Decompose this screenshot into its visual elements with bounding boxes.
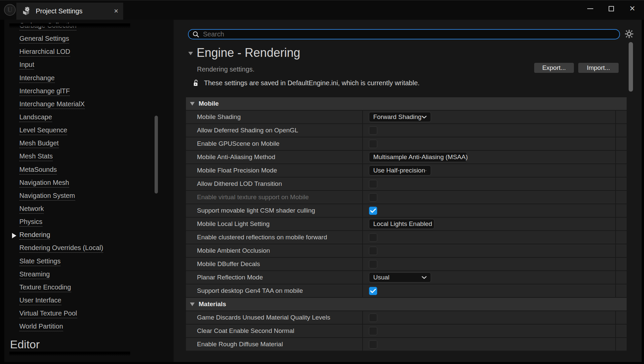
sidebar-item-label: Physics <box>19 218 42 227</box>
settings-row-game-discards-unused-material-quality-levels: Game Discards Unused Material Quality Le… <box>186 311 627 325</box>
settings-table: MobileMobile ShadingForward ShadingAllow… <box>186 97 627 351</box>
title-bar: U Project Settings ✕ <box>0 0 644 20</box>
sidebar-item-streaming[interactable]: Streaming <box>4 268 174 281</box>
sidebar-item-network[interactable]: Network <box>4 203 174 216</box>
tab-close-icon[interactable]: ✕ <box>114 3 119 20</box>
settings-row-allow-dithered-lod-transition: Allow Dithered LOD Transition <box>186 177 627 191</box>
setting-label: Mobile Ambient Occlusion <box>197 247 270 254</box>
sidebar-item-label: Rendering Overrides (Local) <box>19 244 103 253</box>
dropdown-mobile-float-precision-mode[interactable]: Use Half-precision <box>369 165 431 175</box>
sidebar-item-landscape[interactable]: Landscape <box>4 111 174 124</box>
checkmark-icon <box>370 209 376 213</box>
sidebar-item-label: Interchange <box>19 75 55 83</box>
checkbox-mobile-dbuffer-decals[interactable] <box>369 260 377 268</box>
reset-to-default-cell <box>616 311 627 324</box>
sidebar-item-general-settings[interactable]: General Settings <box>4 33 174 46</box>
search-box[interactable] <box>188 29 620 39</box>
sidebar-item-label: Landscape <box>19 114 52 122</box>
view-options-gear-icon[interactable] <box>625 29 634 38</box>
sidebar-scrollbar[interactable] <box>155 116 158 194</box>
dropdown-mobile-local-light-setting[interactable]: Local Lights Enabled <box>369 219 434 229</box>
sidebar-item-level-sequence[interactable]: Level Sequence <box>4 124 174 137</box>
dropdown-mobile-shading[interactable]: Forward Shading <box>369 112 431 122</box>
section-collapse-icon <box>190 302 195 306</box>
checkbox-clear-coat-enable-second-normal[interactable] <box>369 327 377 335</box>
search-input[interactable] <box>202 30 604 38</box>
settings-row-planar-reflection-mode: Planar Reflection ModeUsual <box>186 271 627 284</box>
setting-label: Enable clustered reflections on mobile f… <box>197 234 327 241</box>
sidebar-scroll-shadow-top <box>9 23 130 28</box>
checkbox-allow-dithered-lod-transition[interactable] <box>369 180 377 188</box>
setting-label-cell: Mobile DBuffer Decals <box>186 258 363 270</box>
page-subtitle: Rendering settings. <box>197 66 254 73</box>
sidebar-item-label: Mesh Budget <box>19 140 59 148</box>
sidebar-item-mesh-stats[interactable]: Mesh Stats <box>4 150 174 163</box>
sidebar-item-label: Level Sequence <box>19 127 67 135</box>
setting-label: Mobile Float Precision Mode <box>197 167 277 174</box>
dropdown-mobile-anti-aliasing-method[interactable]: Multisample Anti-Aliasing (MSAA) <box>369 152 467 162</box>
setting-value-cell: Multisample Anti-Aliasing (MSAA) <box>363 151 616 163</box>
sidebar-item-navigation-mesh[interactable]: Navigation Mesh <box>4 177 174 190</box>
sidebar-item-hierarchical-lod[interactable]: Hierarchical LOD <box>4 46 174 59</box>
checkbox-mobile-ambient-occlusion[interactable] <box>369 247 377 255</box>
sidebar-item-label: World Partition <box>19 323 63 331</box>
checkbox-enable-rough-diffuse-material[interactable] <box>369 340 377 349</box>
checkbox-enable-virtual-texture-support-on-mobile[interactable] <box>369 193 377 202</box>
import-button[interactable]: Import... <box>578 63 619 73</box>
checkbox-support-movable-light-csm-shader-culling[interactable] <box>369 207 377 215</box>
setting-value-cell <box>363 244 616 257</box>
settings-sidebar: Garbage CollectionGeneral SettingsHierar… <box>4 20 174 362</box>
checkbox-enable-clustered-reflections-on-mobile-forward[interactable] <box>369 233 377 242</box>
checkbox-enable-gpuscene-on-mobile[interactable] <box>369 140 377 148</box>
export-button[interactable]: Export... <box>534 63 574 73</box>
window-minimize-button[interactable] <box>582 0 599 17</box>
sidebar-item-physics[interactable]: Physics <box>4 216 174 229</box>
section-header-materials[interactable]: Materials <box>186 298 627 311</box>
sidebar-item-world-partition[interactable]: World Partition <box>4 321 174 334</box>
sidebar-item-interchange-materialx[interactable]: Interchange MaterialX <box>4 98 174 111</box>
setting-label-cell: Game Discards Unused Material Quality Le… <box>186 311 363 324</box>
sidebar-item-metasounds[interactable]: MetaSounds <box>4 164 174 177</box>
settings-row-mobile-ambient-occlusion: Mobile Ambient Occlusion <box>186 244 627 258</box>
sidebar-item-texture-encoding[interactable]: Texture Encoding <box>4 281 174 294</box>
sidebar-item-interchange[interactable]: Interchange <box>4 72 174 85</box>
settings-row-support-desktop-gen4-taa-on-mobile: Support desktop Gen4 TAA on mobile <box>186 284 627 298</box>
checkmark-icon <box>370 289 376 293</box>
sidebar-item-virtual-texture-pool[interactable]: Virtual Texture Pool <box>4 308 174 321</box>
window-close-button[interactable]: ✕ <box>624 0 641 17</box>
setting-label-cell: Enable GPUScene on Mobile <box>186 137 363 150</box>
tab-project-settings[interactable]: Project Settings ✕ <box>16 3 123 20</box>
section-header-mobile[interactable]: Mobile <box>186 97 627 111</box>
checkbox-allow-deferred-shading-on-opengl[interactable] <box>369 126 377 135</box>
setting-value-cell <box>363 191 616 204</box>
reset-to-default-cell <box>616 231 627 244</box>
sidebar-item-rendering[interactable]: Rendering <box>4 229 174 242</box>
sidebar-item-label: Hierarchical LOD <box>19 48 70 56</box>
window-maximize-button[interactable] <box>603 0 620 17</box>
sidebar-section-editor: Editor <box>10 338 40 351</box>
setting-label: Allow Dithered LOD Transition <box>197 180 282 188</box>
unreal-engine-logo-icon: U <box>4 4 16 16</box>
setting-label: Support movable light CSM shader culling <box>197 207 315 214</box>
main-scrollbar[interactable] <box>629 42 633 92</box>
setting-value-cell <box>363 311 616 324</box>
sidebar-item-slate-settings[interactable]: Slate Settings <box>4 255 174 268</box>
sidebar-item-navigation-system[interactable]: Navigation System <box>4 190 174 203</box>
checkbox-support-desktop-gen4-taa-on-mobile[interactable] <box>369 287 377 295</box>
reset-to-default-cell <box>616 218 627 230</box>
config-file-notice-text: These settings are saved in DefaultEngin… <box>204 79 420 87</box>
checkbox-game-discards-unused-material-quality-levels[interactable] <box>369 314 377 322</box>
sidebar-item-interchange-gltf[interactable]: Interchange glTF <box>4 85 174 98</box>
sidebar-item-input[interactable]: Input <box>4 59 174 72</box>
sidebar-category-list: Garbage CollectionGeneral SettingsHierar… <box>4 20 174 334</box>
settings-main-panel: Engine - Rendering Rendering settings. E… <box>174 20 642 362</box>
sidebar-item-mesh-budget[interactable]: Mesh Budget <box>4 137 174 150</box>
category-collapse-icon[interactable] <box>188 52 193 55</box>
setting-label: Support desktop Gen4 TAA on mobile <box>197 287 303 294</box>
settings-row-enable-virtual-texture-support-on-mobile: Enable virtual texture support on Mobile <box>186 191 627 204</box>
chevron-down-icon <box>425 169 427 172</box>
dropdown-planar-reflection-mode[interactable]: Usual <box>369 272 431 282</box>
sidebar-item-user-interface[interactable]: User Interface <box>4 294 174 308</box>
sidebar-item-rendering-overrides-local[interactable]: Rendering Overrides (Local) <box>4 242 174 255</box>
setting-value-cell <box>363 137 616 150</box>
